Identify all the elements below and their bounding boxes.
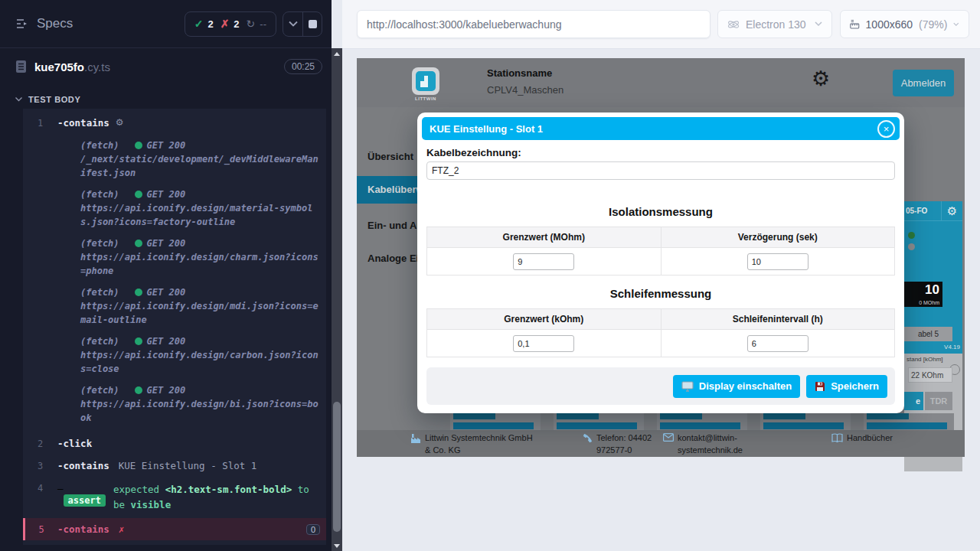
command-number: 2 [23,438,57,449]
firmware-version: V4.19 [944,344,960,350]
test-body-section-toggle[interactable]: TEST BODY [15,95,80,104]
command-number: 5 [25,523,57,535]
command-row-contains[interactable]: 3 -contains KUE Einstellung - Slot 1 [23,455,326,477]
save-label: Speichern [831,380,879,392]
command-row-contains-failed[interactable]: 5 -contains ✗ 0 [23,518,326,540]
slot-gear-icon[interactable]: ⚙ [941,201,962,221]
fetch-url: /_next/static/development/_devMiddleware… [80,152,318,180]
nav-item-label: Kabelüberw [368,184,424,195]
viewport-selector[interactable]: 1000x660 (79%) [840,10,969,38]
tab-tdr[interactable]: TDR [925,392,952,410]
command-args: KUE Einstellung - Slot 1 [119,460,257,471]
command-row-click[interactable]: 2 -click [23,432,326,455]
scroll-down-arrow[interactable] [332,540,342,551]
network-log-entry[interactable]: (fetch) GET 200 https://api.iconify.desi… [80,187,318,229]
settings-gear-icon[interactable]: ⚙ [812,69,830,90]
scroll-up-arrow[interactable] [332,48,342,59]
collapse-runs-button[interactable] [283,12,302,36]
command-row-contains[interactable]: 1 -contains ⚙ [23,112,326,134]
status-dot-green [908,232,915,239]
electron-icon [727,18,740,31]
modal-footer: Display einschalten Speichern [426,367,895,405]
table-cell [427,330,662,357]
factory-icon [410,433,421,444]
assert-selector: <h2.text-sm.font-bold> [165,484,292,495]
spec-file-row[interactable]: kue705fo.cy.ts 00:25 [0,49,332,84]
browser-url-bar: http://localhost:3000/kabelueberwachung … [342,0,980,49]
check-icon: ✓ [194,18,204,30]
schleifenintervall-h-input[interactable] [747,335,808,352]
command-name: -contains [57,117,109,129]
isolation-section-title: Isolationsmessung [426,205,895,218]
measurement-unit: 0 MOhm [919,300,939,305]
pending-count: -- [260,18,266,30]
footer-company: Littwin Systemtechnik GmbH & Co. KG [410,432,533,457]
chevron-down-icon [15,97,22,102]
cable-designation-input[interactable] [426,161,895,180]
footer-manuals[interactable]: Handbücher [831,432,893,445]
modal-title: KUE Einstellung - Slot 1 [430,123,543,135]
stat-passed: ✓ 2 [194,18,214,30]
grenzwert-kohm-input[interactable] [513,335,574,352]
logout-button[interactable]: Abmelden [893,70,954,96]
measurement-display: 10 0 MOhm [904,282,942,307]
test-body-label: TEST BODY [28,95,80,104]
status-ok-dot [135,337,142,345]
kue-settings-modal: KUE Einstellung - Slot 1 × Kabelbezeichn… [417,112,904,413]
fail-x-icon: ✗ [119,523,125,535]
cross-icon: ✗ [220,18,230,30]
fetch-keyword: (fetch) [80,236,119,250]
station-name-value: CPLV4_Maschen [487,84,564,96]
command-name: -click [57,438,92,449]
scrollbar-thumb[interactable] [333,402,341,532]
verzoegerung-sek-input[interactable] [747,253,808,270]
stat-failed: ✗ 2 [220,18,240,30]
grenzwert-mohm-input[interactable] [513,253,574,270]
specs-label[interactable]: Specs [37,16,73,31]
loop-table: Grenzwert (kOhm) Schleifenintervall (h) [426,308,895,357]
status-ok-dot [135,289,142,296]
fetch-url: https://api.iconify.design/material-symb… [80,201,318,229]
network-log-entry[interactable]: (fetch) GET 200 https://api.iconify.desi… [80,236,318,278]
network-log-entry[interactable]: (fetch) GET 200 https://api.iconify.desi… [80,383,318,425]
save-button[interactable]: Speichern [806,375,887,398]
station-name-label: Stationsname [487,67,552,79]
fetch-url: https://api.iconify.design/bi.json?icons… [80,397,318,425]
specs-menu-icon[interactable] [15,18,29,30]
status-ok-dot [135,191,142,198]
command-number: 4 [23,482,57,494]
test-stats: ✓ 2 ✗ 2 ↻ -- [185,11,276,37]
app-header: LITTWIN Stationsname CPLV4_Maschen ⚙ Abm… [357,58,965,107]
cypress-reporter-panel: Specs ✓ 2 ✗ 2 ↻ -- [0,0,332,551]
fetch-keyword: (fetch) [80,334,119,348]
url-input[interactable]: http://localhost:3000/kabelueberwachung [357,10,710,38]
viewport-zoom: (79%) [919,18,947,31]
modal-body: Kabelbezeichnung: Isolationsmessung Gren… [422,147,900,357]
network-log-entry[interactable]: (fetch) GET 200 https://api.iconify.desi… [80,285,318,327]
cable-designation-label: Kabelbezeichnung: [426,147,895,158]
book-icon [831,433,843,442]
command-log: 1 -contains ⚙ (fetch) GET 200 /_next/sta… [23,109,326,545]
network-log-entry[interactable]: (fetch) GET 200 /_next/static/developmen… [80,139,318,180]
command-row-assert[interactable]: 4 – assert expected <h2.text-sm.font-bol… [23,477,326,518]
display-on-button[interactable]: Display einschalten [673,375,800,398]
littwin-logo-text: LITTWIN [406,96,446,101]
status-dot-gray [908,243,915,250]
command-number: 3 [23,460,57,471]
display-on-label: Display einschalten [699,380,792,392]
browser-selector[interactable]: Electron 130 [717,10,832,38]
slot-card-title: 05-FO [906,207,927,215]
column-header-grenzwert-kohm: Grenzwert (kOhm) [427,309,662,330]
fetch-status: GET 200 [147,285,186,299]
stat-pending: ↻ -- [247,18,266,30]
slot-card-stub [450,413,541,430]
reporter-scrollbar[interactable] [332,48,342,551]
tab-active[interactable]: e [904,392,923,410]
assert-badge: assert [64,494,106,507]
close-icon[interactable]: × [877,120,895,138]
stop-run-button[interactable] [302,12,322,36]
fetch-keyword: (fetch) [80,187,119,201]
footer-email: kontakt@littwin-systemtechnik.de [663,432,740,457]
assert-message: expected <h2.text-sm.font-bold> to be vi… [113,482,318,513]
network-log-entry[interactable]: (fetch) GET 200 https://api.iconify.desi… [80,334,318,376]
